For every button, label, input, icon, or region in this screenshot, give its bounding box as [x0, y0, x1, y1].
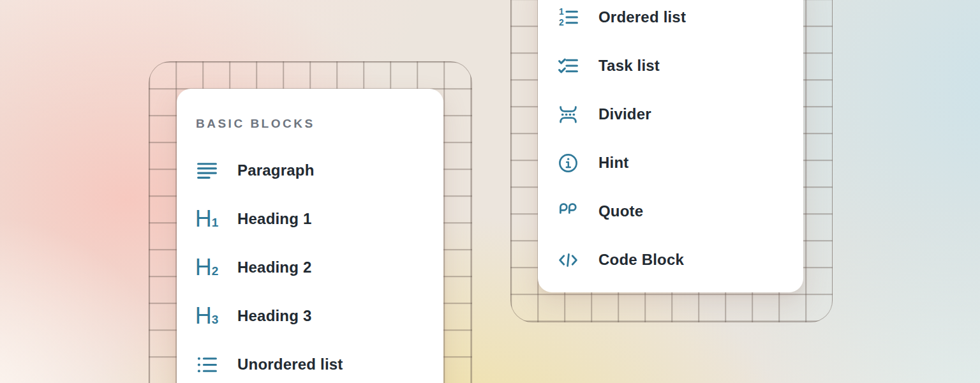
menu-item-label: Heading 1	[237, 210, 312, 228]
basic-blocks-list: ParagraphH1Heading 1H2Heading 2H3Heading…	[177, 146, 443, 383]
heading-3-icon: H3	[196, 305, 218, 327]
more-blocks-list: 12Ordered listTask listDividerHintQuoteC…	[538, 0, 803, 284]
menu-item-label: Ordered list	[598, 8, 686, 26]
menu-item-label: Divider	[598, 105, 651, 123]
menu-item-label: Heading 3	[237, 307, 312, 325]
menu-item-hint[interactable]: Hint	[538, 139, 803, 187]
basic-blocks-card: BASIC BLOCKS ParagraphH1Heading 1H2Headi…	[177, 89, 443, 383]
unordered-list-icon	[196, 354, 218, 375]
more-blocks-card: 12Ordered listTask listDividerHintQuoteC…	[538, 0, 803, 292]
paragraph-icon	[196, 160, 218, 181]
menu-item-heading-1[interactable]: H1Heading 1	[177, 195, 443, 243]
menu-item-label: Heading 2	[237, 259, 312, 276]
menu-item-label: Quote	[598, 202, 643, 220]
menu-item-heading-3[interactable]: H3Heading 3	[177, 292, 443, 340]
svg-text:1: 1	[559, 7, 564, 17]
menu-item-label: Code Block	[598, 251, 684, 269]
menu-item-paragraph[interactable]: Paragraph	[177, 146, 443, 195]
menu-item-task-list[interactable]: Task list	[538, 41, 803, 90]
menu-item-label: Hint	[598, 154, 628, 172]
divider-icon	[557, 103, 579, 125]
section-title: BASIC BLOCKS	[196, 117, 443, 131]
menu-item-unordered-list[interactable]: Unordered list	[177, 340, 443, 383]
menu-item-label: Task list	[598, 57, 660, 75]
menu-item-heading-2[interactable]: H2Heading 2	[177, 243, 443, 292]
heading-2-icon: H2	[196, 257, 218, 278]
menu-item-quote[interactable]: Quote	[538, 187, 803, 236]
menu-item-code-block[interactable]: Code Block	[538, 236, 803, 284]
menu-item-label: Paragraph	[237, 161, 315, 179]
code-block-icon	[557, 249, 579, 271]
menu-item-divider[interactable]: Divider	[538, 90, 803, 139]
quote-icon	[557, 200, 579, 222]
menu-item-label: Unordered list	[237, 356, 343, 373]
task-list-icon	[557, 55, 579, 77]
svg-text:2: 2	[559, 17, 564, 27]
background: { "colors": { "icon": "#2f7999", "label_…	[0, 0, 980, 383]
ordered-list-icon: 12	[557, 6, 579, 28]
hint-icon	[557, 152, 579, 174]
heading-1-icon: H1	[196, 208, 218, 230]
menu-item-ordered-list[interactable]: 12Ordered list	[538, 0, 803, 41]
